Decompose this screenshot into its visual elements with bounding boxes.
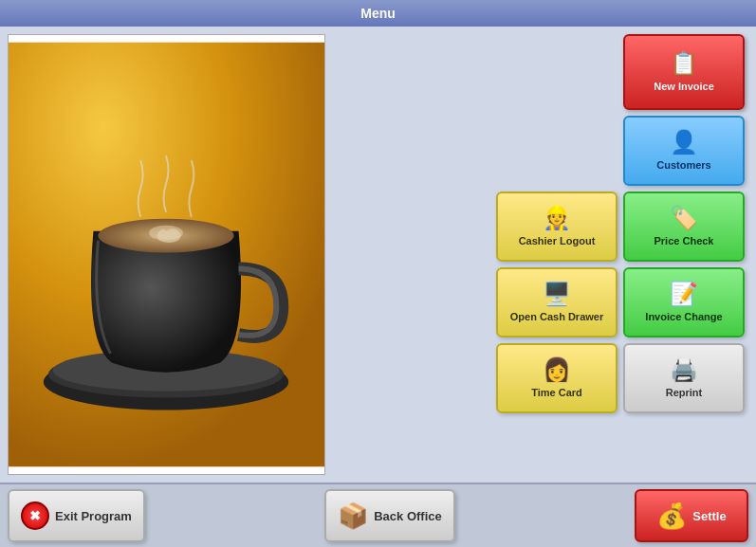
coffee-image-panel	[8, 34, 325, 475]
price-check-label: Price Check	[655, 235, 714, 247]
cashier-logout-button[interactable]: 👷 Cashier Logout	[496, 191, 618, 262]
customers-icon: 👤	[670, 129, 698, 155]
new-invoice-label: New Invoice	[654, 81, 714, 93]
exit-program-label: Exit Program	[55, 509, 132, 523]
timecard-reprint-row: 👩 Time Card 🖨️ Reprint	[496, 343, 745, 413]
right-panel: 📋 New Invoice 👤 Customers 👷 Cashier Logo…	[333, 34, 748, 475]
cash-drawer-icon: 🖥️	[543, 281, 571, 307]
time-card-label: Time Card	[531, 387, 582, 399]
open-cash-drawer-button[interactable]: 🖥️ Open Cash Drawer	[496, 267, 618, 337]
svg-point-6	[149, 226, 183, 241]
customers-label: Customers	[656, 159, 710, 172]
cash-invoice-row: 🖥️ Open Cash Drawer 📝 Invoice Change	[496, 267, 745, 337]
price-check-icon: 🏷️	[670, 205, 698, 231]
new-invoice-icon: 📋	[670, 50, 698, 77]
bottom-bar: ✖ Exit Program 📦 Back Office 💰 Settle	[0, 483, 756, 547]
window-title: Menu	[360, 6, 396, 21]
back-office-label: Back Office	[374, 509, 442, 523]
cashier-logout-label: Cashier Logout	[519, 235, 596, 247]
invoice-change-button[interactable]: 📝 Invoice Change	[623, 267, 745, 337]
settle-label: Settle	[692, 509, 726, 523]
back-office-button[interactable]: 📦 Back Office	[324, 489, 455, 542]
reprint-button[interactable]: 🖨️ Reprint	[623, 343, 745, 413]
price-check-button[interactable]: 🏷️ Price Check	[623, 191, 745, 262]
invoice-change-label: Invoice Change	[645, 311, 722, 323]
time-card-button[interactable]: 👩 Time Card	[496, 343, 618, 413]
settle-button[interactable]: 💰 Settle	[635, 489, 748, 542]
settle-icon: 💰	[656, 501, 687, 531]
new-invoice-button[interactable]: 📋 New Invoice	[623, 34, 745, 110]
cashier-icon: 👷	[543, 205, 571, 231]
time-card-icon: 👩	[543, 356, 571, 383]
customers-row: 👤 Customers	[623, 116, 745, 186]
invoice-change-icon: 📝	[670, 281, 698, 307]
exit-icon: ✖	[21, 501, 49, 530]
customers-button[interactable]: 👤 Customers	[623, 116, 745, 186]
coffee-image	[9, 35, 324, 474]
open-cash-drawer-label: Open Cash Drawer	[510, 311, 603, 323]
reprint-label: Reprint	[666, 387, 703, 399]
main-content: 📋 New Invoice 👤 Customers 👷 Cashier Logo…	[0, 27, 756, 483]
back-office-icon: 📦	[338, 501, 368, 531]
cashier-price-row: 👷 Cashier Logout 🏷️ Price Check	[496, 191, 745, 262]
reprint-icon: 🖨️	[670, 356, 698, 383]
title-bar: Menu	[0, 0, 756, 27]
exit-program-button[interactable]: ✖ Exit Program	[8, 489, 145, 542]
